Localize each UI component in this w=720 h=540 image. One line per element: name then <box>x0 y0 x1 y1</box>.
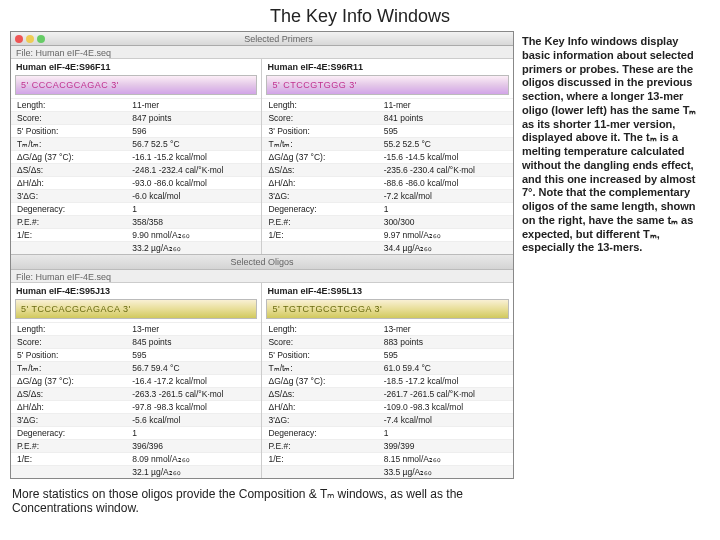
stat-label <box>11 242 126 255</box>
stat-label: Degeneracy: <box>11 427 126 440</box>
table-row: Score:841 points <box>262 112 512 125</box>
table-row: Score:883 points <box>262 336 512 349</box>
stat-label: ΔH/Δh: <box>11 401 126 414</box>
page-title: The Key Info Windows <box>0 0 720 31</box>
stat-value: 358/358 <box>126 216 261 229</box>
stat-value: -7.4 kcal/mol <box>378 414 513 427</box>
table-row: Tₘ/tₘ:55.2 52.5 °C <box>262 138 512 151</box>
stat-value: -15.6 -14.5 kcal/mol <box>378 151 513 164</box>
table-row: 32.1 µg/A₂₆₀ <box>11 466 261 479</box>
window-chrome-top: Selected Primers <box>11 32 513 46</box>
stats-table: Length:13-merScore:883 points5' Position… <box>262 322 512 478</box>
stat-label: Length: <box>262 99 377 112</box>
stat-value: -93.0 -86.0 kcal/mol <box>126 177 261 190</box>
stat-value: 9.97 nmol/A₂₆₀ <box>378 229 513 242</box>
table-row: 3' Position:595 <box>262 125 512 138</box>
primer-col-left: Human eIF-4E:S96F11 5' CCCACGCAGAC 3' Le… <box>11 59 262 254</box>
stat-value: 11-mer <box>126 99 261 112</box>
stat-label: P.E.#: <box>262 440 377 453</box>
stat-value: 847 points <box>126 112 261 125</box>
table-row: Length:11-mer <box>11 99 261 112</box>
stats-table: Length:13-merScore:845 points5' Position… <box>11 322 261 478</box>
stat-value: 33.2 µg/A₂₆₀ <box>126 242 261 255</box>
table-row: 5' Position:595 <box>262 349 512 362</box>
stat-value: 1 <box>378 427 513 440</box>
windows-panel: Selected Primers File: Human eIF-4E.seq … <box>10 31 514 479</box>
stat-value: 9.90 nmol/A₂₆₀ <box>126 229 261 242</box>
stat-label: ΔG/Δg (37 °C): <box>262 375 377 388</box>
stat-value: 396/396 <box>126 440 261 453</box>
stat-value: 56.7 52.5 °C <box>126 138 261 151</box>
table-row: P.E.#:358/358 <box>11 216 261 229</box>
sequence-reverse: 5' TGTCTGCGTCGGA 3' <box>266 299 508 319</box>
table-row: Tₘ/tₘ:61.0 59.4 °C <box>262 362 512 375</box>
stat-label: ΔS/Δs: <box>11 164 126 177</box>
table-row: Degeneracy:1 <box>11 203 261 216</box>
stat-label: Degeneracy: <box>262 203 377 216</box>
stat-value: 32.1 µg/A₂₆₀ <box>126 466 261 479</box>
stat-label: Tₘ/tₘ: <box>262 362 377 375</box>
zoom-icon[interactable] <box>37 35 45 43</box>
table-row: 3'ΔG: -7.2 kcal/mol <box>262 190 512 203</box>
stat-label: 5' Position: <box>11 349 126 362</box>
oligo-col-right: Human eIF-4E:S95L13 5' TGTCTGCGTCGGA 3' … <box>262 283 512 478</box>
table-row: ΔG/Δg (37 °C):-15.6 -14.5 kcal/mol <box>262 151 512 164</box>
stat-value: -16.4 -17.2 kcal/mol <box>126 375 261 388</box>
stat-label: ΔS/Δs: <box>262 388 377 401</box>
stat-value: -88.6 -86.0 kcal/mol <box>378 177 513 190</box>
table-row: ΔS/Δs:-248.1 -232.4 cal/°K·mol <box>11 164 261 177</box>
stat-label: 3'ΔG: <box>262 414 377 427</box>
stat-value: -5.6 kcal/mol <box>126 414 261 427</box>
footer-note: More statistics on those oligos provide … <box>0 479 544 516</box>
stat-value: -6.0 kcal/mol <box>126 190 261 203</box>
stat-value: 595 <box>126 349 261 362</box>
stat-value: 399/399 <box>378 440 513 453</box>
stat-label: Length: <box>11 99 126 112</box>
stat-value: 595 <box>378 349 513 362</box>
stat-label: P.E.#: <box>262 216 377 229</box>
stat-value: 13-mer <box>126 323 261 336</box>
stat-value: 595 <box>378 125 513 138</box>
table-row: 33.2 µg/A₂₆₀ <box>11 242 261 255</box>
stat-value: -97.8 -98.3 kcal/mol <box>126 401 261 414</box>
stat-label: Degeneracy: <box>11 203 126 216</box>
stat-value: 1 <box>126 427 261 440</box>
table-row: ΔG/Δg (37 °C):-16.1 -15.2 kcal/mol <box>11 151 261 164</box>
oligo-col-left: Human eIF-4E:S95J13 5' TCCCACGCAGACA 3' … <box>11 283 262 478</box>
oligo-name: Human eIF-4E:S96F11 <box>11 59 261 73</box>
section-title: Selected Primers <box>48 34 509 44</box>
stat-label: ΔG/Δg (37 °C): <box>11 151 126 164</box>
stat-label: 1/E: <box>262 453 377 466</box>
table-row: ΔH/Δh:-109.0 -98.3 kcal/mol <box>262 401 512 414</box>
stat-label: ΔG/Δg (37 °C): <box>262 151 377 164</box>
stat-value: -16.1 -15.2 kcal/mol <box>126 151 261 164</box>
stat-label: Tₘ/tₘ: <box>11 138 126 151</box>
table-row: 5' Position:595 <box>11 349 261 362</box>
close-icon[interactable] <box>15 35 23 43</box>
table-row: ΔS/Δs:-235.6 -230.4 cal/°K·mol <box>262 164 512 177</box>
stat-label: 1/E: <box>262 229 377 242</box>
stat-label: P.E.#: <box>11 440 126 453</box>
stat-label: Tₘ/tₘ: <box>11 362 126 375</box>
description-text: The Key Info windows display basic infor… <box>514 31 710 479</box>
stat-value: 13-mer <box>378 323 513 336</box>
table-row: Degeneracy:1 <box>11 427 261 440</box>
stat-value: -261.7 -261.5 cal/°K·mol <box>378 388 513 401</box>
stat-label: ΔH/Δh: <box>11 177 126 190</box>
table-row: 3'ΔG: -5.6 kcal/mol <box>11 414 261 427</box>
stat-value: 596 <box>126 125 261 138</box>
minimize-icon[interactable] <box>26 35 34 43</box>
table-row: Score:845 points <box>11 336 261 349</box>
table-row: 33.5 µg/A₂₆₀ <box>262 466 512 479</box>
stat-value: 300/300 <box>378 216 513 229</box>
stat-label <box>11 466 126 479</box>
stat-label: ΔS/Δs: <box>262 164 377 177</box>
section-title: Selected Oligos <box>11 254 513 270</box>
stat-label: Length: <box>262 323 377 336</box>
stat-label: 3' Position: <box>262 125 377 138</box>
table-row: Length:11-mer <box>262 99 512 112</box>
stat-label: 1/E: <box>11 229 126 242</box>
primer-col-right: Human eIF-4E:S96R11 5' CTCCGTGGG 3' Leng… <box>262 59 512 254</box>
stat-label: Length: <box>11 323 126 336</box>
table-row: P.E.#:399/399 <box>262 440 512 453</box>
